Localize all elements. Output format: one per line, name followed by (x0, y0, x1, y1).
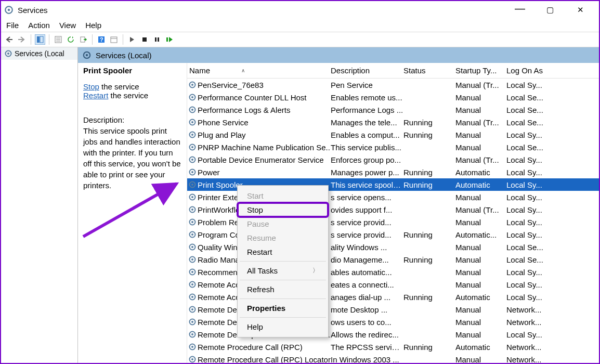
service-row[interactable]: Remote Procedure Call (RPC)The RPCSS ser… (187, 341, 599, 353)
stop-link[interactable]: Stop (83, 82, 99, 91)
window-controls: — ▢ ✕ (510, 5, 596, 15)
gear-icon (188, 93, 197, 101)
service-logon: Local Se... (506, 106, 599, 114)
service-logon: Local Sy... (506, 155, 599, 164)
svg-point-48 (191, 233, 193, 236)
service-desc: Allows the redirec... (331, 330, 403, 339)
column-description[interactable]: Description (331, 66, 403, 75)
svg-point-60 (191, 308, 193, 310)
service-row[interactable]: PenService_76e83Pen ServiceManual (Tr...… (187, 79, 599, 91)
start-service-button[interactable] (127, 34, 137, 45)
export-button[interactable] (78, 34, 88, 45)
ctx-properties[interactable]: Properties (238, 301, 328, 315)
service-logon: Local Sy... (506, 293, 599, 302)
svg-point-50 (191, 246, 193, 248)
service-row[interactable]: PNRP Machine Name Publication Se...This … (187, 141, 599, 153)
gear-icon (188, 168, 197, 176)
service-logon: Network... (506, 343, 599, 352)
service-startup: Manual (Tr... (455, 81, 506, 89)
back-button[interactable] (4, 34, 15, 45)
gear-icon (188, 330, 197, 339)
ctx-stop[interactable]: Stop (238, 203, 328, 217)
service-logon: Local Se... (506, 243, 599, 252)
service-name: Performance Counter DLL Host (198, 93, 307, 102)
column-name[interactable]: Name∧ (187, 66, 331, 75)
service-startup: Automatic... (455, 230, 506, 239)
forward-button[interactable] (17, 34, 27, 45)
gear-icon (188, 106, 197, 114)
ctx-separator (240, 298, 326, 299)
service-desc: Manages the tele... (331, 118, 403, 127)
restart-service-button[interactable] (164, 34, 175, 45)
service-logon: Local Sy... (506, 205, 599, 214)
svg-point-68 (191, 358, 193, 360)
stop-service-button[interactable] (139, 34, 150, 45)
service-logon: Local Sy... (506, 330, 599, 339)
svg-point-34 (191, 146, 193, 148)
svg-rect-15 (142, 37, 147, 42)
service-status: Running (403, 118, 455, 127)
svg-point-40 (191, 184, 193, 186)
service-logon: Local Se... (506, 118, 599, 127)
menu-action[interactable]: Action (28, 21, 50, 30)
service-row[interactable]: PowerManages power p...RunningAutomaticL… (187, 166, 599, 178)
pause-service-button[interactable] (152, 34, 162, 45)
ctx-separator (240, 261, 326, 262)
gear-icon (188, 293, 197, 301)
tree-pane: Services (Local (1, 47, 78, 363)
column-startup[interactable]: Startup Ty... (455, 66, 506, 75)
service-desc: dio Manageme... (331, 255, 403, 264)
minimize-button[interactable]: — (510, 5, 530, 15)
ctx-all-tasks[interactable]: All Tasks〉 (238, 264, 328, 278)
properties-button[interactable] (53, 34, 63, 45)
ctx-restart[interactable]: Restart (238, 245, 328, 259)
service-status: Running (403, 131, 455, 139)
stop-service-link-line: Stop the service (83, 82, 181, 91)
service-logon: Local Sy... (506, 131, 599, 139)
gear-icon (188, 193, 197, 201)
ctx-help[interactable]: Help (238, 320, 328, 334)
column-status[interactable]: Status (403, 66, 455, 75)
service-row[interactable]: Portable Device Enumerator ServiceEnforc… (187, 153, 599, 166)
service-desc: Enables remote us... (331, 93, 403, 102)
service-row[interactable]: Plug and PlayEnables a comput...RunningM… (187, 128, 599, 141)
menu-file[interactable]: File (6, 21, 19, 30)
svg-rect-17 (158, 37, 159, 42)
gear-icon (188, 318, 197, 326)
show-hide-tree-button[interactable] (35, 34, 45, 45)
restart-link[interactable]: Restart (83, 91, 108, 100)
tree-item-services-local[interactable]: Services (Local (1, 47, 77, 60)
gear-icon (188, 143, 197, 151)
svg-rect-5 (40, 36, 43, 43)
menu-view[interactable]: View (59, 21, 76, 30)
svg-point-26 (191, 96, 193, 98)
service-desc: s service opens... (331, 193, 403, 202)
refresh-button[interactable] (66, 34, 76, 45)
service-row[interactable]: Remote Procedure Call (RPC) LocatorIn Wi… (187, 353, 599, 363)
service-name: Remote Procedure Call (RPC) (198, 343, 303, 352)
maximize-button[interactable]: ▢ (540, 5, 560, 15)
service-startup: Automatic (455, 168, 506, 177)
toolbar-separator (92, 34, 93, 45)
help-button[interactable]: ? (96, 34, 107, 45)
service-logon: Local Sy... (506, 168, 599, 177)
gear-icon (4, 49, 12, 58)
service-startup: Manual (Tr... (455, 155, 506, 164)
service-logon: Network... (506, 318, 599, 327)
service-startup: Manual (455, 193, 506, 202)
chevron-right-icon: 〉 (312, 266, 319, 275)
service-logon: Local Sy... (506, 218, 599, 227)
column-logon[interactable]: Log On As (506, 66, 599, 75)
close-button[interactable]: ✕ (570, 5, 591, 15)
service-row[interactable]: Performance Counter DLL HostEnables remo… (187, 91, 599, 103)
service-startup: Manual (455, 255, 506, 264)
menu-help[interactable]: Help (85, 21, 101, 30)
svg-point-42 (191, 196, 193, 198)
ctx-refresh[interactable]: Refresh (238, 282, 328, 296)
dates-button[interactable] (109, 34, 119, 45)
service-desc: Pen Service (331, 81, 403, 89)
service-logon: Local Sy... (506, 268, 599, 277)
service-startup: Manual (455, 305, 506, 314)
service-row[interactable]: Phone ServiceManages the tele...RunningM… (187, 116, 599, 128)
service-row[interactable]: Performance Logs & AlertsPerformance Log… (187, 103, 599, 116)
